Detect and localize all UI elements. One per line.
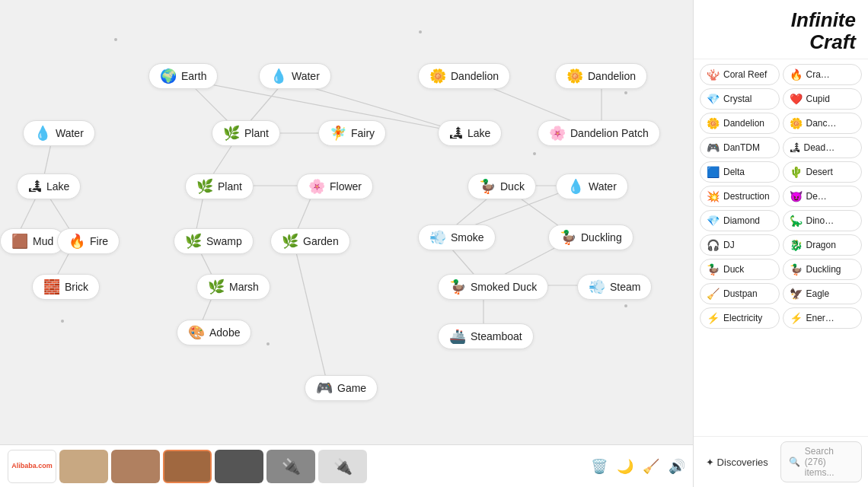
node-label-dandelion_patch: Dandelion Patch — [570, 127, 649, 139]
search-bar[interactable]: 🔍 Search (276) items... — [780, 441, 862, 482]
sidebar-item-20[interactable]: ⚡Electricity — [700, 307, 780, 329]
node-swamp[interactable]: 🌿Swamp — [174, 228, 254, 254]
node-dandelion1[interactable]: 🌼Dandelion — [418, 63, 510, 89]
sidebar-item-18[interactable]: 🧹Dustpan — [700, 283, 780, 304]
moon-icon[interactable]: 🌙 — [617, 458, 633, 475]
sidebar-item-label-16: Duck — [723, 264, 744, 275]
node-dandelion2[interactable]: 🌼Dandelion — [555, 63, 647, 89]
node-duckling[interactable]: 🦆Duckling — [548, 224, 633, 250]
node-label-adobe: Adobe — [209, 326, 240, 339]
toolbar-actions: 🗑️ 🌙 🧹 🔊 — [591, 458, 685, 475]
sidebar-item-icon-1: 🔥 — [790, 68, 803, 81]
sidebar-items-list: 🪸Coral Reef🔥Cra…💎Crystal❤️Cupid🌼Dandelio… — [694, 59, 868, 436]
sidebar-item-15[interactable]: 🐉Dragon — [783, 234, 863, 256]
sidebar-item-label-2: Crystal — [723, 94, 752, 104]
sidebar-item-16[interactable]: 🦆Duck — [700, 259, 780, 280]
node-brick[interactable]: 🧱Brick — [32, 274, 100, 300]
sidebar-item-9[interactable]: 🌵Desert — [783, 161, 863, 183]
thumbnail-alibaba[interactable]: Alibaba.com — [8, 450, 56, 483]
node-label-plant2: Plant — [218, 180, 242, 193]
sidebar-item-6[interactable]: 🎮DanTDM — [700, 137, 780, 158]
node-steamboat[interactable]: 🚢Steamboat — [438, 323, 534, 349]
sidebar-item-label-1: Cra… — [806, 69, 830, 80]
sidebar-item-21[interactable]: ⚡Ener… — [783, 307, 863, 329]
thumbnail-6[interactable]: 🔌 — [266, 450, 315, 483]
bottom-bar: Alibaba.com 🔌 🔌 🗑️ 🌙 🧹 🔊 — [0, 444, 693, 487]
thumbnail-7[interactable]: 🔌 — [318, 450, 367, 483]
sidebar-item-icon-15: 🐉 — [790, 239, 803, 251]
brush-icon[interactable]: 🧹 — [643, 458, 659, 475]
node-label-lake2: Lake — [46, 180, 69, 193]
sidebar-item-7[interactable]: 🏞Dead… — [783, 137, 863, 158]
search-icon: 🔍 — [789, 457, 800, 467]
node-water3[interactable]: 💧Water — [556, 173, 628, 199]
sidebar-item-label-10: Destruction — [723, 191, 770, 202]
sidebar-item-1[interactable]: 🔥Cra… — [783, 64, 863, 85]
sidebar-item-label-20: Electricity — [723, 313, 762, 323]
sidebar-item-12[interactable]: 💎Diamond — [700, 210, 780, 231]
app-logo: Infinite Craft — [694, 0, 868, 59]
sidebar-item-4[interactable]: 🌼Dandelion — [700, 113, 780, 134]
sidebar-item-icon-17: 🦆 — [790, 263, 803, 275]
sidebar-item-icon-2: 💎 — [707, 93, 720, 105]
node-fairy[interactable]: 🧚Fairy — [318, 120, 386, 146]
sidebar-item-icon-4: 🌼 — [707, 117, 720, 129]
node-steam[interactable]: 💨Steam — [577, 274, 652, 300]
node-icon-garden: 🌿 — [282, 234, 298, 248]
thumbnail-2[interactable] — [59, 450, 108, 483]
node-mud[interactable]: 🟫Mud — [0, 228, 65, 254]
sidebar-item-8[interactable]: 🟦Delta — [700, 161, 780, 183]
node-smoked_duck[interactable]: 🦆Smoked Duck — [438, 274, 548, 300]
node-adobe[interactable]: 🎨Adobe — [177, 320, 251, 345]
sidebar-item-13[interactable]: 🦕Dino… — [783, 210, 863, 231]
node-icon-duckling: 🦆 — [560, 231, 576, 244]
volume-icon[interactable]: 🔊 — [669, 458, 685, 475]
sidebar-item-0[interactable]: 🪸Coral Reef — [700, 64, 780, 85]
thumbnail-3[interactable] — [111, 450, 160, 483]
search-placeholder-text: Search (276) items... — [805, 446, 854, 478]
node-earth[interactable]: 🌍Earth — [148, 63, 218, 89]
node-fire[interactable]: 🔥Fire — [57, 228, 120, 254]
node-marsh[interactable]: 🌿Marsh — [196, 274, 270, 300]
sidebar-item-icon-16: 🦆 — [707, 263, 720, 275]
sidebar-item-icon-11: 😈 — [790, 190, 803, 202]
node-smoke[interactable]: 💨Smoke — [418, 224, 496, 250]
thumbnail-4[interactable] — [163, 450, 212, 483]
sidebar-item-14[interactable]: 🎧DJ — [700, 234, 780, 256]
trash-icon[interactable]: 🗑️ — [591, 458, 608, 475]
node-plant1[interactable]: 🌿Plant — [212, 120, 280, 146]
sidebar-item-icon-20: ⚡ — [707, 312, 720, 324]
sidebar-item-17[interactable]: 🦆Duckling — [783, 259, 863, 280]
discoveries-label: ✦ Discoveries — [706, 457, 768, 468]
sidebar-item-5[interactable]: 🌼Danc… — [783, 113, 863, 134]
sidebar-item-icon-10: 💥 — [707, 190, 720, 202]
sidebar-item-label-15: Dragon — [806, 240, 836, 250]
node-icon-game: 🎮 — [316, 381, 333, 395]
node-water2[interactable]: 💧Water — [23, 120, 95, 146]
node-label-game: Game — [337, 382, 366, 394]
node-lake2[interactable]: 🏞Lake — [17, 173, 81, 199]
node-icon-earth: 🌍 — [160, 69, 177, 83]
discoveries-button[interactable]: ✦ Discoveries — [700, 454, 774, 471]
sidebar-item-10[interactable]: 💥Destruction — [700, 186, 780, 207]
node-garden[interactable]: 🌿Garden — [270, 228, 350, 254]
sidebar-item-label-0: Coral Reef — [723, 69, 767, 80]
node-icon-water1: 💧 — [270, 69, 287, 83]
node-label-marsh: Marsh — [229, 281, 259, 293]
logo-infinite: Infinite — [706, 9, 856, 31]
sidebar-item-3[interactable]: ❤️Cupid — [783, 88, 863, 110]
sidebar-item-icon-21: ⚡ — [790, 312, 803, 324]
node-water1[interactable]: 💧Water — [259, 63, 331, 89]
node-duck[interactable]: 🦆Duck — [468, 173, 536, 199]
node-lake1[interactable]: 🏞Lake — [438, 120, 502, 146]
sidebar-item-11[interactable]: 😈De… — [783, 186, 863, 207]
node-game[interactable]: 🎮Game — [305, 375, 378, 401]
canvas-area[interactable]: 🌍Earth💧Water💧Water🌿Plant🧚Fairy🌼Dandelion… — [0, 0, 693, 487]
node-dandelion_patch[interactable]: 🌸Dandelion Patch — [538, 120, 660, 146]
sidebar-item-19[interactable]: 🦅Eagle — [783, 283, 863, 304]
node-label-fairy: Fairy — [351, 127, 375, 139]
sidebar-item-2[interactable]: 💎Crystal — [700, 88, 780, 110]
node-flower[interactable]: 🌸Flower — [297, 173, 373, 199]
node-plant2[interactable]: 🌿Plant — [185, 173, 254, 199]
thumbnail-5[interactable] — [215, 450, 263, 483]
